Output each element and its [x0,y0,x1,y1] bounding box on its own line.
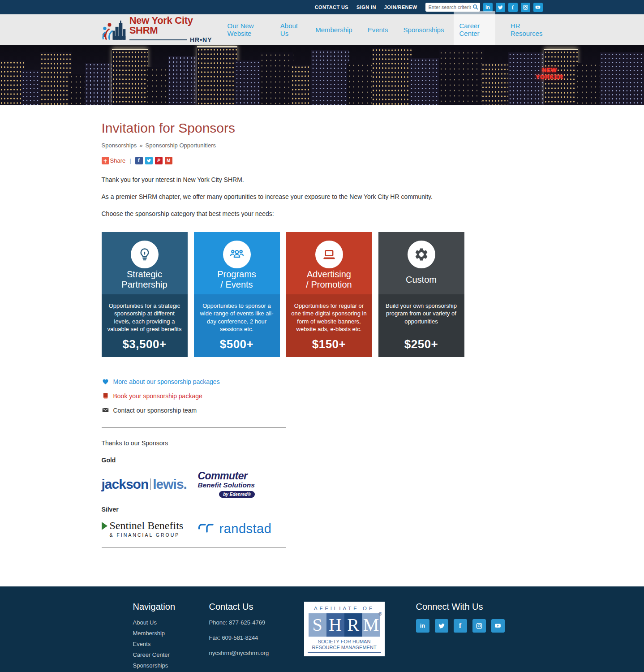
twitter-icon[interactable] [435,619,448,633]
card-title: Programs / Events [217,268,256,294]
card-title: Custom [406,268,437,294]
breadcrumb-sponsorships[interactable]: Sponsorships [102,142,137,149]
search-box [425,3,480,12]
footer-nav-about-us[interactable]: About Us [133,619,209,626]
envelope-icon [102,406,109,414]
contact-us-link[interactable]: CONTACT US [315,4,348,10]
page-title: Invitation for Sponsors [102,121,543,136]
nav-about-us[interactable]: About Us [280,11,300,48]
footer-nav-membership[interactable]: Membership [133,630,209,637]
divider [102,427,286,428]
card-custom: Custom Build your own sponsorship progra… [378,232,464,357]
facebook-icon[interactable]: f [454,619,467,633]
jackson-lewis-logo[interactable]: jackson lewis. [102,477,198,492]
randstad-logo[interactable]: randstad [198,521,272,536]
intro-paragraph: Thank you for your nterest in New York C… [102,175,543,185]
card-price: $150+ [291,337,367,351]
site-footer: Navigation About Us Membership Events Ca… [0,586,644,672]
laptop-icon [315,241,343,268]
nav-sponsorships[interactable]: Sponsorships [404,15,444,44]
site-header: New York City SHRM HR•NY Our New Website… [0,14,644,45]
search-icon[interactable] [472,4,479,10]
randstad-mark-icon [198,523,214,534]
footer-nav-heading: Navigation [133,602,209,612]
addthis-plus-icon[interactable]: + [102,157,109,164]
footer-fax: Fax: 609-581-8244 [209,634,304,641]
footer-connect-heading: Connect With Us [416,602,543,612]
logo-subtitle: HR•NY [190,36,212,43]
sign-in-link[interactable]: SIGN IN [356,4,376,10]
footer-nav-events[interactable]: Events [133,641,209,647]
nav-events[interactable]: Events [368,15,388,44]
twitter-share-icon[interactable] [145,157,153,164]
silver-sponsors-row: Sentinel Benefits & FINANCIAL GROUP rand… [102,520,543,538]
youtube-icon[interactable] [533,3,543,12]
footer-nav-sponsorships[interactable]: Sponsorships [133,662,209,669]
youtube-icon[interactable] [491,619,505,633]
logo-rule [129,39,187,40]
footer-nav-career-center[interactable]: Career Center [133,651,209,658]
instagram-icon[interactable] [472,619,486,633]
share-divider: | [129,157,131,164]
new-yorker-sign: NEW YORKER [536,67,563,81]
share-toolbar: + Share | f P M [102,157,543,164]
silver-tier-label: Silver [102,506,543,513]
gold-tier-label: Gold [102,457,543,464]
card-strategic-partnership: Strategic Partnership Opportunities for … [102,232,188,357]
twitter-icon[interactable] [496,3,505,12]
nav-membership[interactable]: Membership [315,15,352,44]
gmail-share-icon[interactable]: M [165,157,172,164]
more-packages-link[interactable]: More about our sponsorship packages [113,378,220,385]
footer-email-link[interactable]: nycshrm@nycshrm.org [209,650,269,656]
divider [102,547,286,548]
card-price: $500+ [199,337,275,351]
breadcrumb: Sponsorships»Sponsorship Opportunitiers [102,142,543,149]
action-more-packages: More about our sponsorship packages [102,378,543,385]
chapter-paragraph: As a premier SHRM chapter, we offer many… [102,192,543,202]
linkedin-icon[interactable]: in [483,3,493,12]
heart-icon [102,378,109,385]
nav-career-center[interactable]: Career Center [454,11,495,48]
card-description: Build your own sponsorship program from … [383,302,459,325]
shrm-affiliate-logo[interactable]: AFFILIATE OF S H R M ® SOCIETY FOR HUMAN… [304,602,385,657]
footer-phone: Phone: 877-625-4769 [209,619,304,626]
main-navigation: Our New Website About Us Membership Even… [212,11,542,48]
choose-paragraph: Choose the sponsorship category that bes… [102,209,543,219]
gear-icon [408,241,435,268]
site-logo[interactable]: New York City SHRM HR•NY [102,16,212,43]
nav-our-new-website[interactable]: Our New Website [227,11,265,48]
facebook-share-icon[interactable]: f [135,157,143,164]
share-button[interactable]: Share [110,157,126,164]
skyline-figures-icon [102,17,126,42]
instagram-icon[interactable] [521,3,530,12]
card-description: Opportunities to sponsor a wide range of… [199,302,275,333]
contact-team-link[interactable]: Contact our sponsorship team [113,407,197,414]
book-package-link[interactable]: Book your sponsorship package [113,392,202,400]
hero-skyline-image: NEW YORKER [0,45,644,105]
card-description: Opportunities for regular or one time di… [291,302,367,333]
book-icon [102,392,109,400]
card-advertising-promotion: Advertising / Promotion Opportunities fo… [286,232,372,357]
lightbulb-icon [131,241,159,268]
commuter-benefit-solutions-logo[interactable]: Commuter Benefit Solutions by Edenred® [198,471,255,498]
nav-hr-resources[interactable]: HR Resources [511,11,543,48]
footer-connect: Connect With Us in f [416,602,543,672]
pinterest-share-icon[interactable]: P [155,157,163,164]
people-group-icon [223,241,251,268]
card-description: Opportunities for a strategic sponsorshi… [107,302,183,333]
card-programs-events: Programs / Events Opportunities to spons… [194,232,280,357]
card-price: $250+ [383,337,459,351]
breadcrumb-current[interactable]: Sponsorship Opportunitiers [146,142,216,149]
logo-text: New York City SHRM HR•NY [129,16,212,43]
card-title: Advertising / Promotion [306,268,352,294]
linkedin-icon[interactable]: in [416,619,429,633]
footer-shrm-affiliate: AFFILIATE OF S H R M ® SOCIETY FOR HUMAN… [304,602,416,672]
facebook-icon[interactable]: f [508,3,518,12]
gold-sponsors-row: jackson lewis. Commuter Benefit Solution… [102,471,543,498]
action-book-package: Book your sponsorship package [102,392,543,400]
card-price: $3,500+ [107,337,183,351]
join-renew-link[interactable]: JOIN/RENEW [384,4,417,10]
action-contact-team: Contact our sponsorship team [102,406,543,414]
sentinel-benefits-logo[interactable]: Sentinel Benefits & FINANCIAL GROUP [102,520,198,538]
card-title: Strategic Partnership [121,268,167,294]
